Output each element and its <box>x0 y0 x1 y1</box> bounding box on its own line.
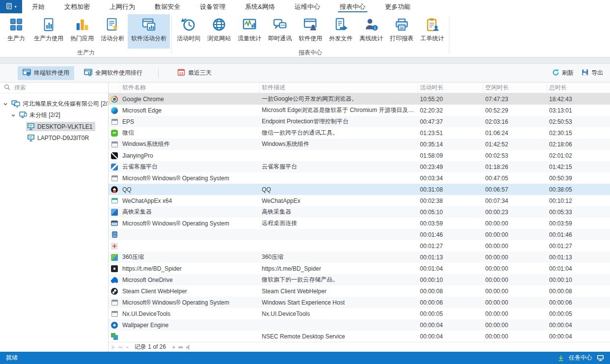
tree-node-4[interactable]: LAPTOP-D9J3IT0R <box>0 132 108 143</box>
app-menu-button[interactable]: ▾ <box>0 0 22 13</box>
prev-page-button[interactable]: « <box>126 344 128 350</box>
tab-label: 终端软件使用 <box>34 69 69 77</box>
tab-terminal-software[interactable]: 终端软件使用 <box>18 66 74 80</box>
ribbon-button-clipboard-user[interactable]: 工单统计 <box>417 14 447 49</box>
table-row[interactable]: EPSEndpoint Protection管理控制平台00:47:3702:0… <box>109 116 610 127</box>
ribbon-group-label: 报表中心 <box>173 49 447 57</box>
ribbon-button-globe[interactable]: 浏览网站 <box>204 14 234 49</box>
main-panel: 软件名称软件描述活动时长空闲时长总时长 Google Chrome一款Googl… <box>109 83 610 352</box>
chevron-down-icon[interactable] <box>11 113 16 118</box>
table-row[interactable]: Microsoft® Windows® Operating System远程桌面… <box>109 218 610 229</box>
svg-text:23: 23 <box>179 72 183 75</box>
tab-network-ranking[interactable]: 全网软件使用排行 <box>79 66 147 80</box>
table-row[interactable]: NSEC Remote Desktop Service00:00:0400:00… <box>109 331 610 342</box>
active-duration: 00:01:27 <box>418 243 483 250</box>
view-tabs: 终端软件使用全网软件使用排行 <box>18 66 147 80</box>
menu-item-2[interactable]: 文档加密 <box>55 0 100 13</box>
ribbon-button-hot-apps-bars[interactable]: 热门应用 <box>67 14 97 49</box>
table-row[interactable]: Windows系统组件Windows系统组件00:35:1401:42:5202… <box>109 139 610 150</box>
user-offline-info-icon: i <box>364 17 379 32</box>
tree-node-3[interactable]: DESKTOP-VLKTLE1 <box>0 121 108 132</box>
menu-item-1[interactable]: 开始 <box>22 0 55 13</box>
ribbon-button-printer[interactable]: 打印报表 <box>387 14 417 49</box>
ribbon-button-traffic-chart[interactable]: 流量统计 <box>234 14 265 49</box>
table-row[interactable]: Nx.UI.DeviceToolsNx.UI.DeviceTools00:00:… <box>109 308 610 319</box>
software-name: Microsoft OneDrive <box>120 277 260 283</box>
menu-item-7[interactable]: 运维中心 <box>285 0 330 13</box>
table-row[interactable]: Microsoft® Windows® Operating System00:0… <box>109 172 610 184</box>
table-row[interactable]: 云雀客服平台云雀客服平台00:23:4901:18:2601:42:15 <box>109 161 610 172</box>
export-button[interactable]: 导出 <box>582 69 603 78</box>
tree-node-label: DESKTOP-VLKTLE1 <box>37 123 93 130</box>
ribbon-button-window-user[interactable]: 软件使用 <box>295 14 326 49</box>
search-input[interactable]: 搜索 <box>0 83 108 93</box>
active-duration: 00:00:08 <box>418 288 483 295</box>
doc-star-icon <box>105 17 120 32</box>
table-row[interactable]: 00:01:2700:00:0000:01:27 <box>109 240 610 252</box>
table-row[interactable]: Microsoft EdgeMicrosoft Edge浏览器是微软基于 Chr… <box>109 105 610 116</box>
active-duration: 02:20:32 <box>418 107 483 114</box>
ribbon-button-productivity-grid[interactable]: 生产力 <box>2 14 30 49</box>
header-cell-2[interactable]: 软件描述 <box>260 83 418 93</box>
app-icon-windows-app <box>111 175 118 181</box>
task-center-link[interactable]: 任务中心 <box>569 354 592 362</box>
app-icon-windows-app <box>111 300 118 306</box>
header-cell-1[interactable]: 软件名称 <box>120 83 260 93</box>
table-row[interactable]: QQQQ00:31:0800:06:5700:38:05 <box>109 184 610 195</box>
app-icon-windows-app <box>111 119 118 125</box>
header-cell-5[interactable]: 总时长 <box>547 83 610 93</box>
last-page-button[interactable]: »| <box>186 344 189 350</box>
table-row[interactable]: 高铁采集器高铁采集器00:05:1000:00:2300:05:33 <box>109 206 610 218</box>
software-name: Nx.UI.DeviceTools <box>120 310 260 317</box>
menu-item-5[interactable]: 设备管理 <box>190 0 235 13</box>
ribbon-button-label: 工单统计 <box>420 34 444 43</box>
software-name: 微信 <box>120 129 260 137</box>
software-description: Windows系统组件 <box>260 140 418 148</box>
ribbon-button-window-bar-chart[interactable]: 软件活动分析 <box>128 14 170 49</box>
fast-next-button[interactable]: »» <box>178 344 182 350</box>
idle-duration: 01:06:24 <box>483 130 547 137</box>
menu-item-4[interactable]: 数据安全 <box>145 0 190 13</box>
active-duration: 01:23:51 <box>418 130 483 137</box>
table-row[interactable]: Microsoft® Windows® Operating SystemWind… <box>109 297 610 308</box>
ribbon-button-clock-history[interactable]: 活动时间 <box>173 14 204 49</box>
table-row[interactable]: Wallpaper Engine00:00:0400:00:0000:00:04 <box>109 319 610 331</box>
menu-item-8[interactable]: 报表中心 <box>330 0 375 13</box>
refresh-button[interactable]: 刷新 <box>552 69 574 78</box>
menu-item-3[interactable]: 上网行为 <box>100 0 145 13</box>
menu-item-6[interactable]: 系统&网络 <box>235 0 285 13</box>
app-icon-zip-360 <box>111 254 118 261</box>
software-description: QQ <box>260 186 418 193</box>
app-icon-yunque <box>111 164 118 170</box>
table-row[interactable]: WeChatAppEx x64WeChatAppEx00:02:3800:07:… <box>109 195 610 206</box>
fast-prev-button[interactable]: «« <box>118 344 122 350</box>
ribbon-button-doc-star[interactable]: 活动分析 <box>97 14 128 49</box>
chevron-down-icon[interactable] <box>3 102 8 107</box>
date-filter-button[interactable]: 23 最近三天 <box>177 68 212 78</box>
ribbon-button-doc-export-arrow[interactable]: 外发文件 <box>326 14 356 49</box>
table-row[interactable]: https://t.me/BD_Spiderhttps://t.me/BD_Sp… <box>109 263 610 274</box>
tree-node-1[interactable]: 河北瀚星辰文化传媒有限公司 [2/2] <box>0 98 108 110</box>
table-row[interactable]: Google Chrome一款Google公司开发的网页浏览器。10:55:20… <box>109 93 610 105</box>
next-page-button[interactable]: » <box>172 344 175 350</box>
ribbon-group-2: 活动时间浏览网站流量统计即时通讯软件使用外发文件i离线统计打印报表工单统计报表中… <box>173 14 447 57</box>
table-row[interactable]: 00:01:4600:00:0000:01:46 <box>109 229 610 240</box>
header-cell-3[interactable]: 活动时长 <box>418 83 483 93</box>
ribbon-button-doc-bar-chart[interactable]: 生产力使用 <box>30 14 67 49</box>
table-row[interactable]: Steam Client WebHelperSteam Client WebHe… <box>109 285 610 297</box>
tree-node-2[interactable]: 未分组 [2/2] <box>0 110 108 121</box>
header-cell-4[interactable]: 空闲时长 <box>483 83 547 93</box>
table-row[interactable]: Microsoft OneDrive微软旗下的一款云存储产品。00:00:100… <box>109 274 610 285</box>
table-row[interactable]: JianyingPro01:58:0900:02:5302:01:02 <box>109 150 610 161</box>
ribbon-button-chat-bubbles[interactable]: 即时通讯 <box>265 14 295 49</box>
toolbar-divider <box>158 69 159 78</box>
total-duration: 02:18:06 <box>547 141 610 148</box>
printer-icon <box>394 17 409 32</box>
table-row[interactable]: 微信微信一款跨平台的通讯工具。01:23:5101:06:2402:30:15 <box>109 127 610 139</box>
first-page-button[interactable]: |« <box>111 344 114 350</box>
ribbon-button-user-offline-info[interactable]: i离线统计 <box>356 14 387 49</box>
table-row[interactable]: 360压缩360压缩00:01:1300:00:0000:01:13 <box>109 252 610 263</box>
clipboard-user-icon <box>425 17 440 32</box>
menu-item-9[interactable]: 更多功能 <box>375 0 420 13</box>
computer-icon <box>27 123 35 130</box>
